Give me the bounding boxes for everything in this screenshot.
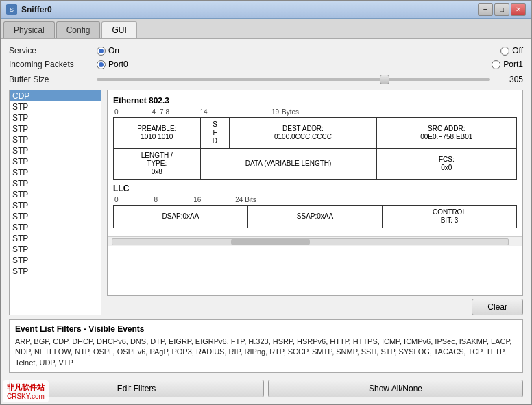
preamble-cell: PREAMBLE:1010 1010 xyxy=(114,118,201,149)
bottom-buttons: Edit Filters Show All/None xyxy=(9,380,523,397)
length-type-cell: LENGTH /TYPE:0x8 xyxy=(114,149,201,180)
tab-physical[interactable]: Physical xyxy=(3,21,55,38)
sfd-cell: SFD xyxy=(200,118,230,149)
service-row: Service On Off xyxy=(9,46,523,56)
list-item[interactable]: STP xyxy=(10,101,101,112)
service-on-label: On xyxy=(108,46,119,56)
list-item[interactable]: STP xyxy=(10,156,101,167)
tab-bar: Physical Config GUI xyxy=(1,19,531,39)
service-off-label: Off xyxy=(512,46,523,56)
list-item[interactable]: CDP xyxy=(10,90,101,101)
diagram-inner: Ethernet 802.3 0 4 7 8 14 19 Bytes xyxy=(108,90,522,234)
clear-button[interactable]: Clear xyxy=(472,299,523,315)
list-item[interactable]: STP xyxy=(10,145,101,156)
data-cell: DATA (VARIABLE LENGTH) xyxy=(200,149,376,180)
service-radio-group: On Off xyxy=(97,46,523,56)
main-window: S Sniffer0 − □ ✕ Physical Config GUI Ser… xyxy=(0,0,532,405)
list-item[interactable]: STP xyxy=(10,266,101,277)
list-item[interactable]: STP xyxy=(10,167,101,178)
slider-track xyxy=(97,78,490,81)
list-item[interactable]: STP xyxy=(10,255,101,266)
llc-title: LLC xyxy=(113,184,517,193)
content-area: Service On Off Incoming Packets Port0 xyxy=(1,39,531,404)
buffer-slider[interactable] xyxy=(97,73,490,86)
buffer-row: Buffer Size 305 xyxy=(9,73,523,86)
list-item[interactable]: STP xyxy=(10,134,101,145)
minimize-button[interactable]: − xyxy=(478,3,493,16)
window-title: Sniffer0 xyxy=(21,5,478,14)
list-item[interactable]: STP xyxy=(10,189,101,200)
service-on-option[interactable]: On xyxy=(97,46,119,56)
incoming-radio-group: Port0 Port1 xyxy=(97,60,523,69)
port1-radio[interactable] xyxy=(492,60,500,69)
list-item[interactable]: STP xyxy=(10,211,101,222)
maximize-button[interactable]: □ xyxy=(494,3,509,16)
dest-addr-cell: DEST ADDR:0100.0CCC.CCCC xyxy=(230,118,376,149)
list-item[interactable]: STP xyxy=(10,222,101,233)
service-label: Service xyxy=(9,46,91,56)
list-item[interactable]: STP xyxy=(10,112,101,123)
event-filter-text: ARP, BGP, CDP, DHCP, DHCPv6, DNS, DTP, E… xyxy=(15,336,517,368)
ethernet-title: Ethernet 802.3 xyxy=(113,96,517,106)
list-item[interactable]: STP xyxy=(10,200,101,211)
incoming-label: Incoming Packets xyxy=(9,60,91,69)
window-controls: − □ ✕ xyxy=(478,3,526,16)
list-item[interactable]: STP xyxy=(10,178,101,189)
clear-button-row: Clear xyxy=(107,299,523,315)
right-panel: Ethernet 802.3 0 4 7 8 14 19 Bytes xyxy=(107,90,523,315)
protocol-list[interactable]: CDP STP STP STP STP STP STP STP STP STP … xyxy=(9,90,101,315)
port0-option[interactable]: Port0 xyxy=(97,60,128,69)
buffer-label: Buffer Size xyxy=(9,75,91,84)
tab-config[interactable]: Config xyxy=(56,21,101,38)
h-scrollbar[interactable] xyxy=(108,236,522,246)
show-all-none-button[interactable]: Show All/None xyxy=(268,380,523,397)
buffer-value: 305 xyxy=(496,75,523,84)
service-off-radio[interactable] xyxy=(500,47,509,56)
diagram-area[interactable]: Ethernet 802.3 0 4 7 8 14 19 Bytes xyxy=(107,90,523,296)
ethernet-frame-table: PREAMBLE:1010 1010 SFD DEST ADDR:0100.0C… xyxy=(113,117,517,180)
close-button[interactable]: ✕ xyxy=(511,3,526,16)
main-area: CDP STP STP STP STP STP STP STP STP STP … xyxy=(9,90,523,315)
port0-radio[interactable] xyxy=(97,60,106,69)
list-item[interactable]: STP xyxy=(10,244,101,255)
service-on-radio[interactable] xyxy=(97,47,106,56)
app-icon: S xyxy=(6,4,17,15)
fcs-cell: FCS:0x0 xyxy=(376,149,516,180)
watermark: 非凡软件站 CRSKY.com xyxy=(3,380,49,402)
list-item[interactable]: STP xyxy=(10,233,101,244)
control-cell: CONTROLBIT: 3 xyxy=(383,206,517,228)
list-item[interactable]: STP xyxy=(10,123,101,134)
tab-gui[interactable]: GUI xyxy=(101,21,136,38)
slider-thumb[interactable] xyxy=(380,75,389,84)
port1-option[interactable]: Port1 xyxy=(492,60,523,69)
event-filter-title: Event List Filters - Visible Events xyxy=(15,324,517,334)
event-filter-section: Event List Filters - Visible Events ARP,… xyxy=(9,319,523,373)
service-off-option[interactable]: Off xyxy=(500,46,523,56)
src-addr-cell: SRC ADDR:00E0.F758.EB01 xyxy=(376,118,516,149)
dsap-cell: DSAP:0xAA xyxy=(114,206,248,228)
incoming-row: Incoming Packets Port0 Port1 xyxy=(9,60,523,69)
port0-label: Port0 xyxy=(108,60,128,69)
title-bar: S Sniffer0 − □ ✕ xyxy=(1,1,531,19)
llc-frame-table: DSAP:0xAA SSAP:0xAA CONTROLBIT: 3 xyxy=(113,205,517,228)
port1-label: Port1 xyxy=(503,60,523,69)
ssap-cell: SSAP:0xAA xyxy=(248,206,383,228)
